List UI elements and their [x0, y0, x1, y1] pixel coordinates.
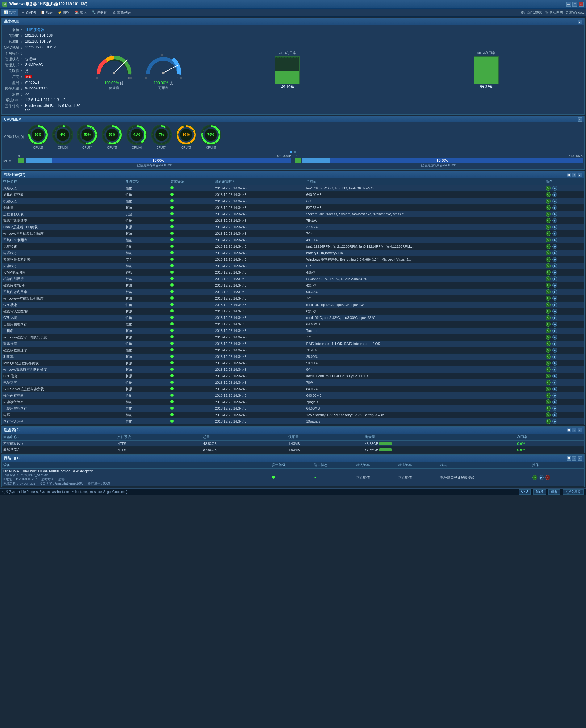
- indicator-action-refresh[interactable]: ↻: [546, 212, 551, 216]
- indicator-action-view[interactable]: ▶: [552, 244, 557, 249]
- indicator-actions[interactable]: ↻ ▶: [544, 380, 584, 386]
- network-btn-3[interactable]: ▲: [578, 456, 582, 461]
- indicator-action-view[interactable]: ▶: [552, 237, 557, 242]
- panel-controls[interactable]: ▲: [578, 20, 582, 24]
- indicator-action-view[interactable]: ▶: [552, 419, 557, 424]
- indicator-action-refresh[interactable]: ↻: [546, 412, 551, 417]
- indicator-actions[interactable]: ↻ ▶: [544, 269, 584, 276]
- indicator-action-refresh[interactable]: ↻: [546, 328, 551, 333]
- indicator-action-view[interactable]: ▶: [552, 257, 557, 262]
- indicator-actions[interactable]: ↻ ▶: [544, 308, 584, 315]
- indicator-action-view[interactable]: ▶: [552, 328, 557, 333]
- indicator-action-view[interactable]: ▶: [552, 322, 557, 327]
- net-actions[interactable]: ↻ ▶ ×: [530, 469, 584, 487]
- indicator-actions[interactable]: ↻ ▶: [544, 191, 584, 198]
- indicator-action-view[interactable]: ▶: [552, 270, 557, 275]
- indicator-actions[interactable]: ↻ ▶: [544, 373, 584, 380]
- indicator-action-view[interactable]: ▶: [552, 373, 557, 379]
- nav-item-experience[interactable]: 🔧 体验化: [89, 9, 109, 16]
- indicator-action-refresh[interactable]: ↻: [546, 289, 551, 294]
- indicator-action-refresh[interactable]: ↻: [546, 341, 551, 346]
- indicator-action-refresh[interactable]: ↻: [546, 296, 551, 301]
- indicator-actions[interactable]: ↻ ▶: [544, 217, 584, 224]
- indicator-action-view[interactable]: ▶: [552, 367, 557, 372]
- indicator-action-view[interactable]: ▶: [552, 199, 557, 204]
- network-btn-2[interactable]: ↕: [572, 456, 577, 461]
- indicator-action-refresh[interactable]: ↻: [546, 406, 551, 411]
- indicator-actions[interactable]: ↻ ▶: [544, 198, 584, 205]
- indicator-actions[interactable]: ↻ ▶: [544, 315, 584, 321]
- indicator-action-refresh[interactable]: ↻: [546, 237, 551, 242]
- indicator-action-refresh[interactable]: ↻: [546, 270, 551, 275]
- indicator-action-refresh[interactable]: ↻: [546, 399, 551, 405]
- indicator-action-refresh[interactable]: ↻: [546, 373, 551, 379]
- indicator-actions[interactable]: ↻ ▶: [544, 263, 584, 269]
- indicator-actions[interactable]: ↻ ▶: [544, 341, 584, 347]
- indicator-actions[interactable]: ↻ ▶: [544, 230, 584, 237]
- page-dots[interactable]: [3, 149, 583, 154]
- status-tab-init[interactable]: 初始化数据: [563, 489, 584, 495]
- page-dot-2[interactable]: [294, 151, 296, 153]
- indicator-action-view[interactable]: ▶: [552, 289, 557, 294]
- indicators-btn-1[interactable]: ⊞: [566, 173, 571, 177]
- indicator-action-refresh[interactable]: ↻: [546, 283, 551, 288]
- indicator-action-view[interactable]: ▶: [552, 380, 557, 385]
- indicator-action-view[interactable]: ▶: [552, 348, 557, 353]
- indicator-action-refresh[interactable]: ↻: [546, 302, 551, 307]
- maximize-button[interactable]: □: [572, 2, 577, 7]
- indicator-actions[interactable]: ↻ ▶: [544, 386, 584, 392]
- indicator-action-refresh[interactable]: ↻: [546, 218, 551, 223]
- nav-item-faultlist[interactable]: ⚠ 故障列表: [109, 9, 133, 16]
- status-tab-cpu[interactable]: CPU: [519, 489, 531, 495]
- indicator-actions[interactable]: ↻ ▶: [544, 354, 584, 360]
- disk-btn-2[interactable]: ↕: [572, 428, 577, 433]
- indicator-actions[interactable]: ↻ ▶: [544, 250, 584, 256]
- indicator-action-view[interactable]: ▶: [552, 186, 557, 191]
- network-panel-controls[interactable]: ⊞ ↕ ▲: [566, 456, 582, 461]
- indicator-action-view[interactable]: ▶: [552, 354, 557, 359]
- indicator-action-refresh[interactable]: ↻: [546, 244, 551, 249]
- indicator-action-view[interactable]: ▶: [552, 263, 557, 268]
- panel-expand-btn[interactable]: ▲: [578, 20, 582, 24]
- indicator-action-view[interactable]: ▶: [552, 251, 557, 255]
- indicator-action-view[interactable]: ▶: [552, 309, 557, 314]
- indicator-action-refresh[interactable]: ↻: [546, 387, 551, 391]
- minimize-button[interactable]: —: [566, 2, 571, 7]
- indicator-actions[interactable]: ↻ ▶: [544, 237, 584, 243]
- indicator-action-view[interactable]: ▶: [552, 406, 557, 411]
- indicator-actions[interactable]: ↻ ▶: [544, 334, 584, 341]
- cpu-mem-panel-controls[interactable]: ▲: [578, 117, 582, 122]
- indicator-action-refresh[interactable]: ↻: [546, 393, 551, 398]
- indicator-actions[interactable]: ↻ ▶: [544, 185, 584, 191]
- nav-item-cmdb[interactable]: 🗄 CMDB: [18, 9, 38, 16]
- window-controls[interactable]: — □ ×: [566, 2, 584, 7]
- indicator-action-view[interactable]: ▶: [552, 412, 557, 417]
- nav-item-monitor[interactable]: 📊 监控: [1, 9, 18, 16]
- indicator-action-refresh[interactable]: ↻: [546, 192, 551, 197]
- indicators-btn-3[interactable]: ▲: [578, 173, 582, 177]
- cpu-mem-expand-btn[interactable]: ▲: [578, 117, 582, 122]
- indicator-actions[interactable]: ↻ ▶: [544, 412, 584, 418]
- indicator-actions[interactable]: ↻ ▶: [544, 282, 584, 289]
- indicator-action-view[interactable]: ▶: [552, 205, 557, 210]
- indicator-action-view[interactable]: ▶: [552, 341, 557, 346]
- indicator-action-refresh[interactable]: ↻: [546, 277, 551, 281]
- indicator-actions[interactable]: ↻ ▶: [544, 276, 584, 282]
- page-dot-1[interactable]: [290, 151, 292, 153]
- indicator-action-view[interactable]: ▶: [552, 387, 557, 391]
- indicator-action-refresh[interactable]: ↻: [546, 263, 551, 268]
- indicator-actions[interactable]: ↻ ▶: [544, 405, 584, 412]
- indicator-actions[interactable]: ↻ ▶: [544, 295, 584, 302]
- indicator-action-view[interactable]: ▶: [552, 315, 557, 320]
- indicator-action-refresh[interactable]: ↻: [546, 380, 551, 385]
- net-action-view[interactable]: ▶: [539, 475, 544, 480]
- indicator-action-view[interactable]: ▶: [552, 212, 557, 216]
- indicator-action-refresh[interactable]: ↻: [546, 205, 551, 210]
- indicator-action-refresh[interactable]: ↻: [546, 225, 551, 230]
- indicator-action-refresh[interactable]: ↻: [546, 186, 551, 191]
- status-tab-mem[interactable]: MEM: [533, 489, 546, 495]
- indicator-actions[interactable]: ↻ ▶: [544, 256, 584, 263]
- close-button[interactable]: ×: [579, 2, 584, 7]
- indicator-action-refresh[interactable]: ↻: [546, 354, 551, 359]
- indicator-action-refresh[interactable]: ↻: [546, 231, 551, 236]
